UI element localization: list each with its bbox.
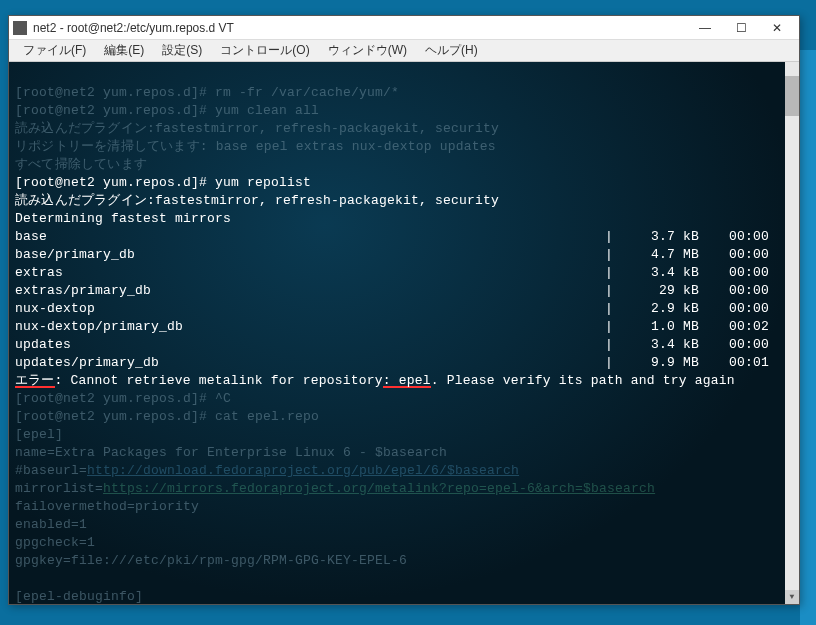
minimize-button[interactable]: — [687,17,723,39]
scrollbar[interactable]: ▲ ▼ [785,62,799,604]
repo-row: extras/primary_db|29 kB00:00 [15,282,793,300]
menu-bar: ファイル(F) 編集(E) 設定(S) コントロール(O) ウィンドウ(W) ヘ… [9,40,799,62]
dim-line: failovermethod=priority [15,499,199,514]
menu-help[interactable]: ヘルプ(H) [417,40,486,61]
window-controls: — ☐ ✕ [687,17,795,39]
error-underline-icon: エラー [15,372,55,388]
dim-line: すべて掃除しています [15,157,147,172]
desktop-background-edge [800,50,816,625]
dim-line: #baseurl=http://download.fedoraproject.o… [15,463,519,478]
dim-line: gpgkey=file:///etc/pki/rpm-gpg/RPM-GPG-K… [15,553,407,568]
error-underline-icon: : epel [383,372,431,388]
dim-line: リポジトリーを清掃しています: base epel extras nux-dex… [15,139,496,154]
dim-line: [epel-debuginfo] [15,589,143,604]
scroll-thumb[interactable] [785,76,799,116]
repo-row: nux-dextop/primary_db|1.0 MB00:02 [15,318,793,336]
dim-line: enabled=1 [15,517,87,532]
terminal-window: net2 - root@net2:/etc/yum.repos.d VT — ☐… [8,15,800,605]
repo-row: base|3.7 kB00:00 [15,228,793,246]
dim-line: gpgcheck=1 [15,535,95,550]
terminal-content[interactable]: [root@net2 yum.repos.d]# rm -fr /var/cac… [9,62,799,604]
error-line: エラー: Cannot retrieve metalink for reposi… [15,373,735,388]
output-line: 読み込んだプラグイン:fastestmirror, refresh-packag… [15,193,499,208]
window-title: net2 - root@net2:/etc/yum.repos.d VT [33,21,687,35]
dim-line: 読み込んだプラグイン:fastestmirror, refresh-packag… [15,121,499,136]
output-line: Determining fastest mirrors [15,211,231,226]
dim-line: [root@net2 yum.repos.d]# rm -fr /var/cac… [15,85,399,100]
dim-line: [root@net2 yum.repos.d]# yum clean all [15,103,319,118]
command-line: [root@net2 yum.repos.d]# yum repolist [15,175,311,190]
menu-file[interactable]: ファイル(F) [15,40,94,61]
repo-row: extras|3.4 kB00:00 [15,264,793,282]
dim-line: name=Extra Packages for Enterprise Linux… [15,445,447,460]
dim-line: [root@net2 yum.repos.d]# ^C [15,391,231,406]
menu-settings[interactable]: 設定(S) [154,40,210,61]
dim-line: mirrorlist=https://mirrors.fedoraproject… [15,481,655,496]
scroll-down-icon[interactable]: ▼ [785,590,799,604]
repo-row: base/primary_db|4.7 MB00:00 [15,246,793,264]
titlebar[interactable]: net2 - root@net2:/etc/yum.repos.d VT — ☐… [9,16,799,40]
menu-control[interactable]: コントロール(O) [212,40,317,61]
repo-row: updates/primary_db|9.9 MB00:01 [15,354,793,372]
dim-line: [root@net2 yum.repos.d]# cat epel.repo [15,409,319,424]
close-button[interactable]: ✕ [759,17,795,39]
menu-window[interactable]: ウィンドウ(W) [320,40,415,61]
menu-edit[interactable]: 編集(E) [96,40,152,61]
repo-row: updates|3.4 kB00:00 [15,336,793,354]
window-icon [13,21,27,35]
dim-line: [epel] [15,427,63,442]
repo-row: nux-dextop|2.9 kB00:00 [15,300,793,318]
maximize-button[interactable]: ☐ [723,17,759,39]
